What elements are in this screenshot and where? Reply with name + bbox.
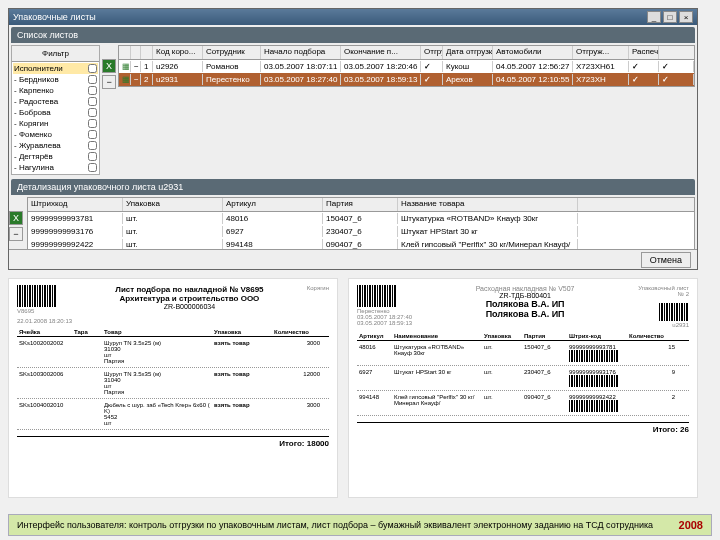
caption-year: 2008 [679, 519, 703, 531]
filter-check[interactable] [88, 75, 97, 84]
filter-panel: Фильтр Исполнители - Бердников- Карпенко… [11, 45, 100, 175]
cancel-button[interactable]: Отмена [641, 252, 691, 268]
excel-export-icon[interactable]: X [102, 59, 116, 73]
excel-icon[interactable]: ▦ [119, 74, 131, 85]
remove-icon[interactable]: − [131, 74, 141, 85]
filter-item[interactable]: - Боброва [13, 107, 98, 118]
excel-icon[interactable]: ▦ [119, 61, 131, 72]
barcode-icon [569, 350, 619, 362]
filter-check[interactable] [88, 130, 97, 139]
filter-check[interactable] [88, 163, 97, 172]
close-icon[interactable]: × [679, 11, 693, 23]
filter-item[interactable]: - Панфилова 2 [13, 173, 98, 174]
doc-title: Лист подбора по накладной № V8695 [78, 285, 301, 294]
filter-item[interactable]: - Нагулина [13, 162, 98, 173]
filter-check[interactable] [88, 97, 97, 106]
filter-check[interactable] [88, 108, 97, 117]
doc-row: SKs1003002006 Шуруп TN 3.5x35 (м) 31040 … [17, 368, 329, 399]
packing-lists-window: Упаковочные листы _ □ × Список листов Фи… [8, 8, 698, 270]
filter-item[interactable]: - Радостева [13, 96, 98, 107]
filter-check[interactable] [88, 119, 97, 128]
barcode-icon [357, 285, 397, 307]
check-icon[interactable] [421, 74, 443, 85]
doc-row: 48016 Штукатурка «ROTBAND» Кнауф 30кг шт… [357, 341, 689, 366]
filter-check[interactable] [88, 86, 97, 95]
filter-check[interactable] [88, 64, 97, 73]
doc-row: SKs1004002010 Дюбель с шур. заб «Tech Kr… [17, 399, 329, 430]
filter-item[interactable]: - Бердников [13, 74, 98, 85]
section-list-header: Список листов [11, 27, 695, 43]
doc-row: SKs1002002002 Шуруп TN 3.5x25 (м) 31030 … [17, 337, 329, 368]
grid-header[interactable]: Код коро...СотрудникНачало подбораОконча… [119, 46, 694, 60]
check-icon[interactable] [629, 74, 659, 85]
barcode-icon [569, 375, 619, 387]
barcode-icon [17, 285, 57, 307]
detail-grid-header[interactable]: ШтрихкодУпаковкаАртикулПартияНазвание то… [28, 198, 694, 212]
filter-item[interactable]: - Журавлева [13, 140, 98, 151]
grid-row[interactable]: ▦ − 1 u2926 Романов 03.05.2007 18:07:11 … [119, 60, 694, 73]
filter-item[interactable]: - Фоменко [13, 129, 98, 140]
check-icon[interactable] [659, 61, 694, 72]
detail-header: Детализация упаковочного листа u2931 [11, 179, 695, 195]
check-icon[interactable] [421, 61, 443, 72]
barcode-icon [659, 303, 689, 321]
remove-row-icon[interactable]: − [102, 75, 116, 89]
excel-export-icon[interactable]: X [9, 211, 23, 225]
titlebar: Упаковочные листы _ □ × [9, 9, 697, 25]
detail-grid: ШтрихкодУпаковкаАртикулПартияНазвание то… [27, 197, 695, 252]
maximize-icon[interactable]: □ [663, 11, 677, 23]
minimize-icon[interactable]: _ [647, 11, 661, 23]
filter-check[interactable] [88, 152, 97, 161]
window-title: Упаковочные листы [13, 12, 96, 22]
remove-row-icon[interactable]: − [9, 227, 23, 241]
packing-list-grid: Код коро...СотрудникНачало подбораОконча… [118, 45, 695, 87]
caption-bar: Интерфейс пользователя: контроль отгрузк… [8, 514, 712, 536]
barcode-icon [569, 400, 619, 412]
grid-row[interactable]: ▦ − 2 u2931 Перестенко 03.05.2007 18:27:… [119, 73, 694, 86]
filter-header: Фильтр [12, 46, 99, 62]
filter-item[interactable]: - Дегтярёв [13, 151, 98, 162]
detail-row[interactable]: 99999999993176 шт. 6927 230407_6 Штукат … [28, 225, 694, 238]
shipping-invoice-doc: Перестенко 03.05.2007 18:27:40 03.05.200… [348, 278, 698, 498]
check-icon[interactable] [659, 74, 694, 85]
doc-row: 6927 Штукат HPStart 30 кг шт. 230407_6 9… [357, 366, 689, 391]
remove-icon[interactable]: − [131, 61, 141, 72]
filter-item[interactable]: - Карпенко [13, 85, 98, 96]
check-icon[interactable] [629, 61, 659, 72]
filter-check[interactable] [88, 141, 97, 150]
doc-row: 994148 Клей гипсовый "Perlfix" 30 кг/Мин… [357, 391, 689, 416]
filter-column-label[interactable]: Исполнители [13, 63, 98, 74]
filter-item[interactable]: - Корягин [13, 118, 98, 129]
caption-text: Интерфейс пользователя: контроль отгрузк… [17, 520, 653, 530]
detail-row[interactable]: 99999999993781 шт. 48016 150407_6 Штукат… [28, 212, 694, 225]
picking-sheet-doc: V8695 22.01.2008 18:20:13 Лист подбора п… [8, 278, 338, 498]
